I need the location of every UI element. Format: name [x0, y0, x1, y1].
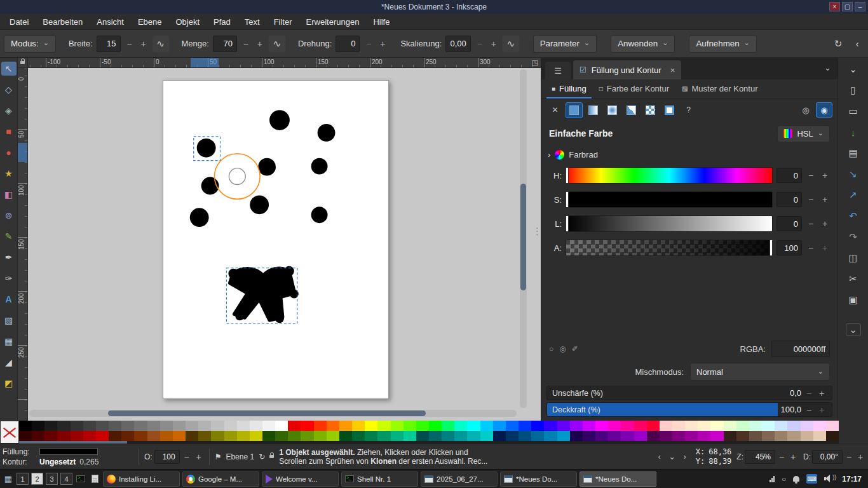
workspace-2[interactable]: 2 [31, 473, 43, 485]
alpha-slider[interactable] [566, 240, 773, 256]
vertical-scrollbar-thumb[interactable] [520, 184, 526, 290]
palette-swatch[interactable] [83, 421, 96, 431]
calligraphy-tool[interactable]: ✑ [1, 271, 17, 285]
rotation-minus[interactable]: − [844, 450, 854, 464]
palette-swatch[interactable] [198, 421, 211, 431]
palette-swatch[interactable] [531, 421, 544, 431]
palette-swatch[interactable] [467, 421, 480, 431]
slider-marker[interactable] [770, 240, 772, 255]
saturation-plus-button[interactable]: + [820, 193, 830, 207]
shape-builder-tool[interactable]: ◈ [1, 104, 17, 118]
palette-swatch[interactable] [775, 431, 787, 441]
palette-swatch[interactable] [288, 431, 301, 441]
pencil-tool[interactable]: ✎ [1, 229, 17, 243]
palette-swatch[interactable] [173, 431, 186, 441]
taskbar-app-inkscape-2[interactable]: *Neues Do... [580, 471, 656, 487]
palette-swatch[interactable] [621, 431, 634, 441]
palette-swatch[interactable] [608, 421, 621, 431]
palette-swatch[interactable] [275, 431, 288, 441]
palette-swatch[interactable] [595, 421, 608, 431]
palette-swatch[interactable] [710, 421, 723, 431]
palette-swatch[interactable] [327, 431, 339, 441]
lightness-value-input[interactable]: 0 [776, 216, 802, 231]
palette-swatch[interactable] [391, 421, 403, 431]
pager-left-icon[interactable]: ‹ [654, 451, 665, 463]
hue-minus-button[interactable]: − [806, 168, 816, 182]
reset-rotation-icon[interactable]: ↻ [830, 36, 846, 52]
rgba-input[interactable]: 000000ff [771, 341, 830, 357]
palette-swatch[interactable] [391, 431, 403, 441]
export-icon[interactable]: ↗ [846, 189, 861, 201]
notes-launcher[interactable] [89, 473, 100, 485]
bucket-tool[interactable]: ◩ [1, 376, 17, 390]
tab-farbe-der-kontur[interactable]: □ Farbe der Kontur [594, 79, 674, 98]
zoom-input[interactable]: 45% [745, 450, 775, 464]
palette-swatch[interactable] [660, 421, 672, 431]
document-page[interactable] [163, 80, 389, 399]
menge-minus-button[interactable]: − [241, 37, 251, 51]
palette-swatch[interactable] [275, 421, 288, 431]
workspace-1[interactable]: 1 [17, 473, 29, 485]
menu-datei[interactable]: Datei [3, 15, 36, 29]
palette-swatch[interactable] [621, 421, 634, 431]
rotation-input[interactable]: 0,00° [812, 450, 843, 464]
palette-swatch[interactable] [134, 421, 147, 431]
taskbar-app-welcome[interactable]: Welcome v... [262, 471, 339, 487]
pressure-toggle-icon[interactable]: ∿ [153, 36, 169, 52]
palette-swatch[interactable] [403, 421, 416, 431]
fill-rule-evenodd-button[interactable]: ◎ [797, 102, 814, 118]
lightness-slider[interactable] [566, 215, 773, 232]
palette-swatch[interactable] [736, 431, 749, 441]
pager-right-icon[interactable]: › [679, 451, 691, 463]
palette-swatch[interactable] [57, 431, 70, 441]
horizontal-scrollbar-thumb[interactable] [108, 410, 426, 416]
palette-swatch[interactable] [608, 431, 621, 441]
opacity-slider-row[interactable]: Deckkraft (%) 100,0 − + [546, 402, 832, 417]
palette-swatch[interactable] [262, 421, 275, 431]
menu-text[interactable]: Text [238, 15, 267, 29]
palette-scrollbar-thumb[interactable] [19, 441, 127, 444]
star-tool[interactable]: ★ [1, 166, 17, 180]
palette-swatch[interactable] [775, 421, 787, 431]
hue-value-input[interactable]: 0 [776, 168, 802, 183]
text-tool[interactable]: A [1, 292, 17, 306]
taskbar-app-image[interactable]: 2025_06_27... [421, 471, 498, 487]
palette-swatch[interactable] [250, 421, 262, 431]
palette-swatch[interactable] [71, 431, 83, 441]
parameter-dropdown[interactable]: Parameter [533, 35, 597, 53]
menu-pfad[interactable]: Pfad [207, 15, 238, 29]
zoom-minus[interactable]: − [776, 450, 787, 464]
palette-swatch[interactable] [570, 431, 583, 441]
palette-swatch[interactable] [339, 431, 352, 441]
clock[interactable]: 17:17 [842, 475, 862, 484]
opacity-value-input[interactable]: 100,0 [773, 405, 801, 414]
dropper-tool[interactable]: ◢ [1, 355, 17, 369]
pager-down-icon[interactable]: ⌄ [667, 451, 678, 463]
collapse-toolbar-button[interactable]: ‹ [850, 32, 864, 55]
palette-swatch[interactable] [237, 421, 250, 431]
palette-swatch[interactable] [480, 421, 493, 431]
gradient-tool[interactable]: ▧ [1, 313, 17, 327]
palette-swatch[interactable] [198, 431, 211, 441]
import-icon[interactable]: ↘ [846, 168, 861, 180]
palette-swatch[interactable] [519, 421, 531, 431]
horizontal-scrollbar[interactable] [29, 410, 517, 417]
tab-fuellung[interactable]: ■ Füllung [546, 79, 592, 98]
alpha-value-input[interactable]: 100 [776, 240, 802, 255]
lightness-plus-button[interactable]: + [820, 217, 830, 231]
dock-tab-fill-stroke[interactable]: ☑ Füllung und Kontur × [573, 60, 681, 79]
palette-swatch[interactable] [544, 431, 557, 441]
undo-icon[interactable]: ↶ [846, 210, 861, 222]
palette-swatch[interactable] [19, 431, 32, 441]
palette-swatch[interactable] [109, 431, 121, 441]
zoom-plus[interactable]: + [788, 450, 798, 464]
palette-swatch[interactable] [736, 421, 749, 431]
ruler-corner[interactable] [18, 58, 28, 68]
layer-flag-icon[interactable]: ⚑ [215, 452, 222, 461]
palette-swatch[interactable] [826, 421, 839, 431]
lightness-minus-button[interactable]: − [806, 217, 816, 231]
palette-swatch[interactable] [762, 431, 775, 441]
slider-marker[interactable] [566, 216, 568, 231]
palette-swatch[interactable] [749, 431, 762, 441]
drehung-plus-button[interactable]: + [377, 37, 388, 51]
